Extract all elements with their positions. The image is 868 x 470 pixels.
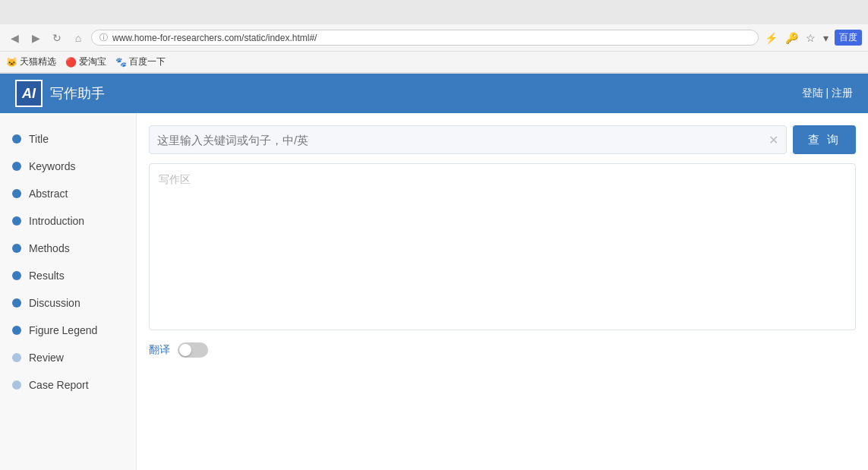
bookmarks-bar: 🐱 天猫精选 🔴 爱淘宝 🐾 百度一下 — [0, 52, 868, 73]
sidebar-dot-case-report — [12, 380, 21, 390]
sidebar-item-introduction[interactable]: Introduction — [0, 207, 136, 235]
refresh-button[interactable]: ↻ — [49, 30, 65, 46]
back-button[interactable]: ◀ — [6, 30, 23, 46]
sidebar-label-keywords: Keywords — [29, 160, 75, 172]
search-input[interactable] — [157, 134, 769, 147]
logo-icon: AI — [15, 80, 43, 107]
sidebar-item-title[interactable]: Title — [0, 125, 136, 153]
lock-icon: ⓘ — [99, 32, 108, 43]
bookmark-baidu[interactable]: 🐾 百度一下 — [115, 55, 166, 68]
toolbar-right: ⚡ 🔑 ☆ ▾ 百度 — [763, 30, 862, 46]
sidebar-item-results[interactable]: Results — [0, 262, 136, 289]
app-header: AI 写作助手 登陆 | 注册 — [0, 74, 868, 113]
sidebar-item-keywords[interactable]: Keywords — [0, 153, 136, 180]
bookmark-taobao-label: 爱淘宝 — [79, 55, 106, 68]
key-icon[interactable]: 🔑 — [784, 30, 800, 46]
browser-toolbar: ◀ ▶ ↻ ⌂ ⓘ www.home-for-researchers.com/s… — [0, 24, 868, 52]
sidebar: Title Keywords Abstract Introduction Met… — [0, 113, 137, 470]
sidebar-dot-methods — [12, 244, 21, 253]
sidebar-item-abstract[interactable]: Abstract — [0, 180, 136, 207]
search-input-wrapper: ✕ — [149, 125, 787, 154]
sidebar-label-case-report: Case Report — [29, 379, 89, 391]
auth-links[interactable]: 登陆 | 注册 — [802, 87, 853, 100]
translate-toggle[interactable] — [178, 342, 208, 358]
sidebar-dot-discussion — [12, 298, 21, 308]
writing-area[interactable]: 写作区 — [149, 163, 856, 330]
star-icon[interactable]: ☆ — [804, 30, 817, 46]
baidu-bookmark-icon: 🐾 — [115, 57, 127, 68]
sidebar-item-methods[interactable]: Methods — [0, 235, 136, 262]
lightning-icon[interactable]: ⚡ — [763, 30, 779, 46]
sidebar-item-discussion[interactable]: Discussion — [0, 289, 136, 317]
toggle-thumb — [179, 344, 191, 356]
sidebar-dot-figure-legend — [12, 326, 21, 335]
main-container: Title Keywords Abstract Introduction Met… — [0, 113, 868, 470]
sidebar-label-abstract: Abstract — [29, 188, 68, 200]
browser-chrome: ◀ ▶ ↻ ⌂ ⓘ www.home-for-researchers.com/s… — [0, 0, 868, 74]
taobao-icon: 🔴 — [65, 57, 77, 68]
baidu-button[interactable]: 百度 — [835, 30, 862, 46]
content-area: ✕ 查 询 写作区 翻译 — [137, 113, 868, 470]
home-button[interactable]: ⌂ — [70, 30, 87, 46]
sidebar-label-methods: Methods — [29, 242, 70, 254]
app-name: 写作助手 — [50, 84, 105, 103]
sidebar-dot-introduction — [12, 216, 21, 226]
sidebar-label-introduction: Introduction — [29, 215, 84, 227]
browser-tabs — [0, 0, 868, 24]
sidebar-dot-title — [12, 134, 21, 144]
sidebar-label-title: Title — [29, 133, 49, 145]
bookmark-taobao[interactable]: 🔴 爱淘宝 — [65, 55, 106, 68]
sidebar-item-figure-legend[interactable]: Figure Legend — [0, 317, 136, 344]
search-button[interactable]: 查 询 — [793, 125, 856, 154]
sidebar-dot-abstract — [12, 189, 21, 198]
sidebar-label-figure-legend: Figure Legend — [29, 324, 97, 336]
bookmark-tianmao[interactable]: 🐱 天猫精选 — [6, 55, 56, 68]
sidebar-dot-review — [12, 353, 21, 362]
translate-label: 翻译 — [149, 343, 170, 357]
address-bar[interactable]: ⓘ www.home-for-researchers.com/static/in… — [91, 30, 759, 46]
sidebar-label-discussion: Discussion — [29, 297, 80, 309]
dropdown-icon[interactable]: ▾ — [822, 30, 830, 46]
translate-row: 翻译 — [149, 342, 856, 358]
tianmao-icon: 🐱 — [6, 57, 17, 68]
writing-placeholder: 写作区 — [159, 173, 191, 185]
sidebar-label-results: Results — [29, 270, 65, 282]
sidebar-item-case-report[interactable]: Case Report — [0, 371, 136, 399]
sidebar-item-review[interactable]: Review — [0, 344, 136, 371]
search-clear-icon[interactable]: ✕ — [769, 133, 778, 147]
app-logo: AI 写作助手 — [15, 80, 105, 107]
sidebar-dot-keywords — [12, 162, 21, 171]
forward-button[interactable]: ▶ — [27, 30, 44, 46]
bookmark-tianmao-label: 天猫精选 — [20, 55, 56, 68]
auth-text: 登陆 | 注册 — [802, 87, 853, 99]
search-bar-row: ✕ 查 询 — [149, 125, 856, 154]
url-text: www.home-for-researchers.com/static/inde… — [112, 33, 317, 43]
sidebar-dot-results — [12, 271, 21, 280]
sidebar-label-review: Review — [29, 352, 64, 364]
bookmark-baidu-label: 百度一下 — [129, 55, 166, 68]
